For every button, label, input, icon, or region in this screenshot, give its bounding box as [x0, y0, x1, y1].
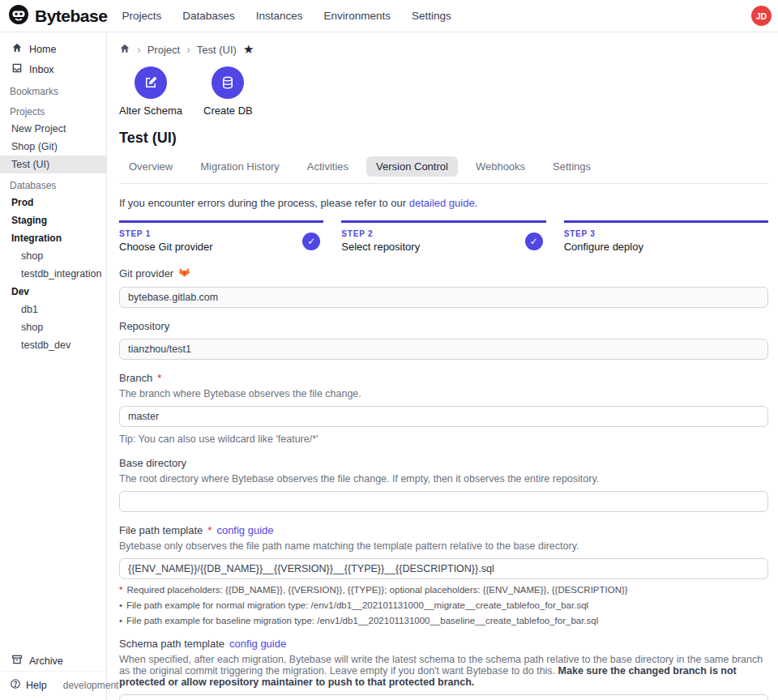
- brand-name: Bytebase: [35, 6, 107, 26]
- error-guide-text: If you encounter errors during the proce…: [119, 197, 768, 209]
- guide-period: .: [475, 197, 478, 209]
- branch-label: Branch: [119, 372, 152, 384]
- sidebar-item-test-ui[interactable]: Test (UI): [0, 156, 106, 173]
- breadcrumb-separator: ›: [137, 43, 141, 56]
- sidebar-env-integration[interactable]: Integration: [0, 229, 106, 247]
- tab-settings[interactable]: Settings: [543, 156, 601, 177]
- step-1-check-icon: ✓: [302, 233, 320, 250]
- file-path-template-input[interactable]: [119, 558, 768, 579]
- base-directory-label: Base directory: [119, 457, 186, 469]
- nav-links: Projects Databases Instances Environment…: [122, 10, 751, 22]
- sidebar-item-inbox[interactable]: Inbox: [0, 59, 106, 79]
- top-nav: Bytebase Projects Databases Instances En…: [0, 0, 778, 32]
- step-3: STEP 3 Configure deploy: [564, 220, 768, 253]
- sidebar-db-shop-dev[interactable]: shop: [0, 318, 106, 336]
- quick-actions: Alter Schema Create DB: [119, 66, 768, 117]
- note-marker: •: [119, 600, 122, 610]
- nav-instances[interactable]: Instances: [256, 10, 303, 22]
- base-directory-help: The root directory where Bytebase observ…: [119, 473, 768, 484]
- page-title: Test (UI): [119, 130, 768, 147]
- sidebar-item-archive[interactable]: Archive: [0, 651, 106, 671]
- nav-environments[interactable]: Environments: [324, 10, 391, 22]
- brand-logo[interactable]: Bytebase: [8, 4, 107, 28]
- sidebar-env-staging[interactable]: Staging: [0, 211, 106, 229]
- git-provider-input[interactable]: [119, 287, 768, 308]
- repository-input[interactable]: [119, 339, 768, 360]
- inbox-icon: [11, 62, 23, 76]
- step-2-check-icon: ✓: [525, 233, 543, 250]
- vcs-form: Git provider Repository Branch * The bra…: [119, 266, 768, 700]
- sidebar-header-databases: Databases: [0, 173, 106, 194]
- file-path-note-example-baseline: • File path example for baseline migrati…: [119, 616, 768, 625]
- sidebar-env-prod[interactable]: Prod: [0, 194, 106, 211]
- user-avatar[interactable]: JD: [751, 6, 772, 26]
- sidebar-bottom: Help development: [0, 671, 106, 700]
- home-icon: [11, 42, 23, 56]
- sidebar-header-bookmarks: Bookmarks: [0, 79, 106, 100]
- breadcrumb-project[interactable]: Project: [147, 44, 180, 56]
- help-label[interactable]: Help: [26, 680, 47, 691]
- step-2: STEP 2 Select repository ✓: [341, 220, 545, 253]
- tab-webhooks[interactable]: Webhooks: [466, 156, 535, 177]
- detailed-guide-link[interactable]: detailed guide: [409, 197, 475, 209]
- alter-schema-button[interactable]: Alter Schema: [119, 66, 182, 117]
- branch-field: Branch * The branch where Bytebase obser…: [119, 372, 768, 445]
- repository-field: Repository: [119, 320, 768, 360]
- tab-version-control[interactable]: Version Control: [366, 156, 458, 177]
- sidebar-item-new-project[interactable]: New Project: [0, 120, 106, 138]
- file-path-config-guide-link[interactable]: config guide: [216, 524, 273, 536]
- alter-schema-icon: [135, 66, 167, 99]
- note-text: File path example for normal migration t…: [126, 600, 588, 610]
- sidebar-db-db1[interactable]: db1: [0, 301, 106, 318]
- gitlab-icon: [178, 266, 190, 280]
- favorite-star-icon[interactable]: ★: [243, 42, 254, 57]
- schema-path-template-label: Schema path template: [119, 638, 224, 650]
- sidebar-db-testdb-dev[interactable]: testdb_dev: [0, 336, 106, 354]
- sidebar-item-label: Archive: [29, 655, 63, 667]
- nav-settings[interactable]: Settings: [412, 10, 451, 22]
- note-text: Required placeholders: {{DB_NAME}}, {{VE…: [126, 585, 627, 595]
- note-marker: *: [119, 585, 122, 595]
- sidebar-env-dev[interactable]: Dev: [0, 283, 106, 301]
- breadcrumb-home-icon[interactable]: [119, 43, 130, 57]
- tab-bar: Overview Migration History Activities Ve…: [119, 156, 768, 184]
- help-icon[interactable]: [10, 678, 21, 692]
- main-content: › Project › Test (UI) ★ Alter Schema: [107, 32, 778, 700]
- step-1: STEP 1 Choose Git provider ✓: [119, 220, 323, 253]
- breadcrumb: › Project › Test (UI) ★: [119, 42, 768, 57]
- nav-projects[interactable]: Projects: [122, 10, 161, 22]
- step-1-eyebrow: STEP 1: [119, 229, 302, 238]
- required-asterisk: *: [207, 524, 212, 536]
- tab-overview[interactable]: Overview: [119, 156, 182, 177]
- required-asterisk: *: [157, 372, 161, 384]
- nav-databases[interactable]: Databases: [182, 10, 235, 22]
- file-path-template-label: File path template: [119, 524, 203, 536]
- guide-text: If you encounter errors during the proce…: [119, 197, 409, 209]
- git-provider-field: Git provider: [119, 266, 768, 308]
- step-2-eyebrow: STEP 2: [341, 229, 524, 238]
- bytebase-logo-icon: [8, 4, 29, 28]
- branch-help: The branch where Bytebase observes the f…: [119, 388, 768, 399]
- steps: STEP 1 Choose Git provider ✓ STEP 2 Sele…: [119, 220, 768, 253]
- base-directory-input[interactable]: [119, 491, 768, 512]
- schema-path-template-field: Schema path template config guide When s…: [119, 638, 768, 700]
- schema-path-config-guide-link[interactable]: config guide: [229, 638, 286, 650]
- sidebar-item-shop-git[interactable]: Shop (Git): [0, 138, 106, 156]
- sidebar-db-testdb-integration[interactable]: testdb_integration: [0, 265, 106, 283]
- branch-tip: Tip: You can also use wildcard like 'fea…: [119, 433, 768, 445]
- step-3-title: Configure deploy: [564, 241, 768, 253]
- breadcrumb-current[interactable]: Test (UI): [197, 44, 237, 56]
- create-db-button[interactable]: Create DB: [203, 66, 253, 117]
- repository-label: Repository: [119, 320, 169, 332]
- schema-path-template-input[interactable]: [119, 694, 768, 700]
- tab-migration-history[interactable]: Migration History: [190, 156, 289, 177]
- sidebar-db-shop-integration[interactable]: shop: [0, 247, 106, 265]
- create-db-icon: [212, 66, 244, 99]
- sidebar-header-projects: Projects: [0, 100, 106, 120]
- tab-activities[interactable]: Activities: [297, 156, 358, 177]
- sidebar-item-home[interactable]: Home: [0, 39, 106, 59]
- step-1-title: Choose Git provider: [119, 241, 302, 253]
- schema-path-template-help: When specified, after each migration, By…: [119, 654, 768, 688]
- breadcrumb-separator: ›: [186, 43, 190, 56]
- branch-input[interactable]: [119, 406, 768, 427]
